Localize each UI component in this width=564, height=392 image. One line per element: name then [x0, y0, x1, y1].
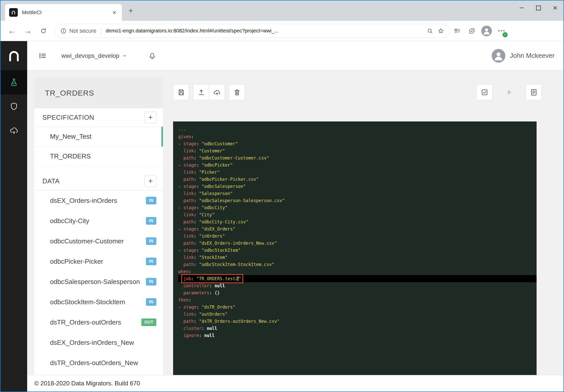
- sidebar-toggle-icon[interactable]: [39, 52, 47, 60]
- code-token: [178, 255, 183, 260]
- sidebar-nav: [1, 70, 27, 142]
- yaml-editor[interactable]: ---given:- stage: "odbcCustomer" link: "…: [173, 121, 537, 376]
- code-line[interactable]: link: "Customer": [178, 147, 537, 154]
- code-token: then: [178, 297, 189, 302]
- code-line[interactable]: link: "Picker": [178, 169, 537, 176]
- data-item-odbcCity-City[interactable]: odbcCity-CityIN: [34, 211, 163, 231]
- code-token: [178, 283, 183, 288]
- code-token: [178, 319, 183, 324]
- run-button[interactable]: [501, 84, 517, 100]
- user-menu[interactable]: John Mckeever: [492, 49, 555, 63]
- code-line[interactable]: ignore: null: [178, 332, 537, 339]
- browser-tab[interactable]: MettleCI ×: [5, 4, 122, 21]
- data-item-odbcPicker-Picker[interactable]: odbcPicker-PickerIN: [34, 251, 163, 272]
- code-line[interactable]: link: "StockItem": [178, 254, 537, 261]
- code-line[interactable]: path: "dsEX_Orders-inOrders_New.csv": [178, 240, 537, 247]
- back-button[interactable]: ←: [4, 23, 20, 39]
- code-token: stage: [183, 205, 196, 210]
- code-line[interactable]: cluster: null: [178, 325, 537, 332]
- code-line[interactable]: link: "Salesperson": [178, 190, 537, 197]
- data-item-odbcStockItem-StockItem[interactable]: odbcStockItem-StockItemIN: [34, 292, 163, 312]
- code-token: null: [204, 333, 214, 338]
- report-button[interactable]: [526, 84, 542, 100]
- favorite-star-icon[interactable]: [437, 27, 444, 34]
- code-token: [178, 326, 183, 331]
- code-line[interactable]: - stage: "dsEX_Orders": [178, 225, 537, 233]
- code-line[interactable]: link: "inOrders": [178, 233, 537, 240]
- specification-label: SPECIFICATION: [42, 114, 94, 121]
- browser-profile-button[interactable]: [479, 24, 494, 38]
- security-chip[interactable]: Not secure: [60, 28, 96, 34]
- code-line[interactable]: - stage: "dsTR_Orders": [178, 304, 537, 311]
- favorites-bar-icon[interactable]: [450, 24, 465, 38]
- code-token: :: [194, 234, 199, 239]
- new-tab-button[interactable]: +: [126, 4, 136, 17]
- code-line[interactable]: path: "dsTR_Orders-outOrders_New.csv": [178, 318, 537, 325]
- address-bar[interactable]: Not secure demo1-engn.datamigrators.io:8…: [55, 24, 450, 38]
- code-line[interactable]: - stage: "odbcPicker": [178, 162, 537, 169]
- code-token: "odbcCustomer-Customer.csv": [199, 155, 269, 161]
- cloud-upload-button[interactable]: [209, 84, 225, 100]
- code-line[interactable]: when:: [178, 268, 537, 275]
- code-line[interactable]: parameters: {}: [178, 289, 537, 296]
- project-dropdown[interactable]: wwi_devops_develop: [61, 52, 127, 59]
- maximize-button[interactable]: [530, 1, 547, 15]
- data-item-dsTR_Orders-outOrders_New[interactable]: dsTR_Orders-outOrders_New: [34, 353, 163, 373]
- code-line[interactable]: path: "odbcCustomer-Customer.csv": [178, 154, 537, 162]
- code-line[interactable]: - stage: "odbcCustomer": [178, 140, 537, 147]
- browser-menu-button[interactable]: [494, 24, 509, 38]
- minimize-button[interactable]: [513, 1, 530, 15]
- search-icon[interactable]: [427, 28, 433, 34]
- code-token: :: [194, 155, 199, 161]
- reload-button[interactable]: [36, 23, 51, 39]
- spec-item-My_New_Test[interactable]: My_New_Test: [34, 127, 163, 147]
- upload-button[interactable]: [193, 84, 209, 100]
- code-line[interactable]: given:: [178, 133, 537, 140]
- forward-button[interactable]: →: [20, 23, 36, 39]
- code-line[interactable]: path: "odbcCity-City.csv": [178, 218, 537, 225]
- code-token: path: [183, 262, 194, 267]
- data-item-dsEX_Orders-inOrders_New[interactable]: dsEX_Orders-inOrders_New: [34, 332, 163, 353]
- code-line[interactable]: path: "odbcSalesperson-Salesperson.csv": [178, 197, 537, 204]
- deploy-icon: [9, 126, 19, 135]
- window-controls: ×: [513, 1, 563, 15]
- validate-button[interactable]: [476, 84, 492, 100]
- code-line-active[interactable]: job: "TR_ORDERS.test2": [178, 275, 537, 282]
- add-data-button[interactable]: +: [145, 175, 156, 187]
- sidebar-item-tests[interactable]: [1, 70, 27, 94]
- code-line[interactable]: - stage: "odbcCity": [178, 204, 537, 211]
- spec-item-TR_ORDERS[interactable]: TR_ORDERS: [34, 147, 163, 166]
- data-item-dsTR_Orders-outOrders[interactable]: dsTR_Orders-outOrdersOUT: [34, 312, 163, 332]
- code-token: -: [178, 163, 183, 168]
- data-item-odbcSalesperson-Salesperson[interactable]: odbcSalesperson-SalespersonIN: [34, 272, 163, 292]
- code-line[interactable]: link: "outOrders": [178, 311, 537, 318]
- delete-button[interactable]: [229, 84, 245, 100]
- data-item-odbcCustomer-Customer[interactable]: odbcCustomer-CustomerIN: [34, 231, 163, 251]
- code-line[interactable]: controller: null: [178, 282, 537, 289]
- code-line[interactable]: - stage: "odbcStockItem": [178, 247, 537, 254]
- code-token: :: [194, 262, 199, 267]
- add-specification-button[interactable]: +: [145, 112, 156, 123]
- code-line[interactable]: link: "City": [178, 211, 537, 218]
- code-token: :: [196, 205, 202, 210]
- code-line[interactable]: path: "odbcStockItem-StockItem.csv": [178, 261, 537, 268]
- code-line[interactable]: - stage: "odbcSalesperson": [178, 183, 537, 190]
- validate-icon: [481, 88, 488, 96]
- data-item-dsEX_Orders-inOrders[interactable]: dsEX_Orders-inOrdersIN: [34, 190, 163, 211]
- sidebar-item-security[interactable]: [1, 94, 27, 118]
- tab-close-icon[interactable]: ×: [111, 9, 118, 16]
- code-line[interactable]: path: "odbcPicker-Picker.csv": [178, 176, 537, 183]
- data-header: DATA +: [34, 172, 163, 190]
- code-line[interactable]: then:: [178, 296, 537, 304]
- save-button[interactable]: [173, 84, 189, 100]
- code-token: link: [183, 255, 194, 260]
- sidebar-item-deploy[interactable]: [1, 118, 27, 142]
- spec-item-label: My_New_Test: [50, 133, 91, 140]
- collections-icon[interactable]: [465, 24, 479, 38]
- tests-icon: [9, 78, 19, 87]
- close-button[interactable]: ×: [547, 1, 563, 15]
- user-name: John Mckeever: [510, 52, 555, 60]
- code-line[interactable]: ---: [178, 126, 537, 133]
- notifications-button[interactable]: [148, 52, 156, 60]
- code-token: -: [178, 226, 183, 231]
